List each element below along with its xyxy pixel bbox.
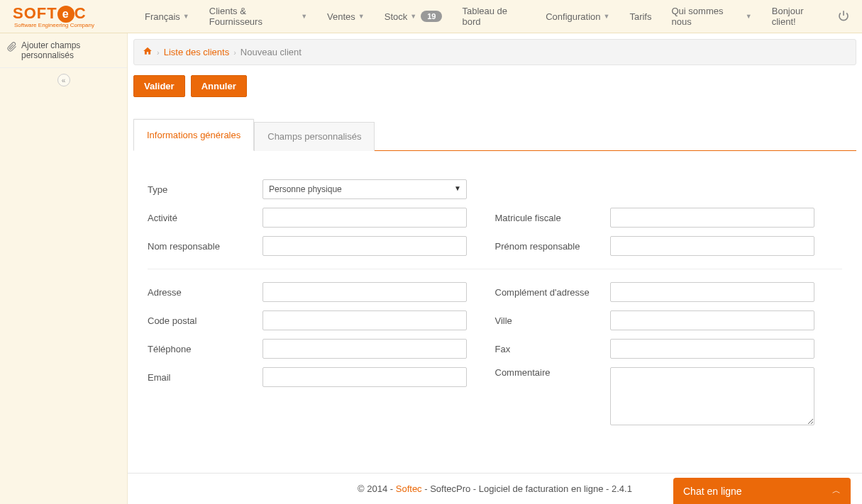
form-body: Type Personne physique Activité Matricul… <box>128 151 862 473</box>
nav-tarifs-label: Tarifs <box>629 11 651 22</box>
label-prenom-responsable: Prénom responsable <box>495 241 610 252</box>
main-nav: Français▼ Clients & Fournisseurs▼ Ventes… <box>135 0 855 33</box>
breadcrumb-list-clients[interactable]: Liste des clients <box>164 47 230 57</box>
adresse-input[interactable] <box>263 282 467 302</box>
label-commentaire: Commentaire <box>495 367 610 378</box>
matricule-input[interactable] <box>610 208 814 228</box>
tabs-container: Informations générales Champs personnali… <box>133 121 856 151</box>
layout: Ajouter champs personnalisés « › Liste d… <box>0 33 862 504</box>
divider <box>148 269 842 269</box>
label-code-postal: Code postal <box>148 315 263 326</box>
logo-subtitle: Software Engineering Company <box>13 22 135 28</box>
activite-input[interactable] <box>263 208 467 228</box>
label-type: Type <box>148 184 263 195</box>
label-nom-responsable: Nom responsable <box>148 241 263 252</box>
validate-button[interactable]: Valider <box>133 75 185 97</box>
ville-input[interactable] <box>610 310 814 330</box>
chevron-up-icon: ︿ <box>832 485 841 497</box>
nav-about[interactable]: Qui sommes nous▼ <box>661 0 761 33</box>
nav-stock-label: Stock <box>385 11 408 22</box>
email-input[interactable] <box>263 367 467 387</box>
nav-stock[interactable]: Stock▼19 <box>375 0 453 33</box>
stock-badge: 19 <box>421 11 442 22</box>
tab-general-info[interactable]: Informations générales <box>133 119 254 151</box>
breadcrumb-separator: › <box>157 48 160 57</box>
prenom-responsable-input[interactable] <box>610 236 814 256</box>
sidebar-item-label: Ajouter champs personnalisés <box>21 40 120 60</box>
action-buttons: Valider Annuler <box>128 65 862 97</box>
nav-dashboard[interactable]: Tableau de bord <box>452 0 536 33</box>
nav-greeting-label: Bonjour client! <box>772 6 828 27</box>
nav-clients-label: Clients & Fournisseurs <box>209 6 298 27</box>
caret-icon: ▼ <box>746 13 752 20</box>
chat-label: Chat en ligne <box>683 486 742 497</box>
topbar: SOFTeC Software Engineering Company Fran… <box>0 0 862 33</box>
cancel-button[interactable]: Annuler <box>191 75 247 97</box>
telephone-input[interactable] <box>263 339 467 359</box>
code-postal-input[interactable] <box>263 310 467 330</box>
fax-input[interactable] <box>610 339 814 359</box>
sidebar-collapse: « <box>0 67 127 92</box>
nav-ventes-label: Ventes <box>327 11 355 22</box>
breadcrumb: › Liste des clients › Nouveau client <box>133 39 856 65</box>
label-activite: Activité <box>148 213 263 223</box>
label-matricule: Matricule fiscale <box>495 213 610 223</box>
nav-language-label: Français <box>145 11 180 22</box>
nom-responsable-input[interactable] <box>263 236 467 256</box>
breadcrumb-separator: › <box>233 48 236 57</box>
sidebar: Ajouter champs personnalisés « <box>0 33 128 504</box>
nav-configuration[interactable]: Configuration▼ <box>536 0 619 33</box>
nav-clients-fournisseurs[interactable]: Clients & Fournisseurs▼ <box>199 0 317 33</box>
logo-text: SOFTeC <box>13 4 135 23</box>
caret-icon: ▼ <box>183 13 189 20</box>
main-content: › Liste des clients › Nouveau client Val… <box>128 33 862 504</box>
nav-about-label: Qui sommes nous <box>671 6 742 27</box>
paperclip-icon <box>7 42 17 54</box>
breadcrumb-current: Nouveau client <box>241 47 302 57</box>
commentaire-textarea[interactable] <box>610 367 814 425</box>
label-complement-adresse: Complément d'adresse <box>495 287 610 298</box>
collapse-button[interactable]: « <box>57 74 70 86</box>
tab-custom-fields[interactable]: Champs personnalisés <box>254 122 375 151</box>
label-adresse: Adresse <box>148 287 263 298</box>
label-telephone: Téléphone <box>148 344 263 354</box>
complement-adresse-input[interactable] <box>610 282 814 302</box>
caret-icon: ▼ <box>301 13 307 20</box>
logo[interactable]: SOFTeC Software Engineering Company <box>0 4 135 28</box>
nav-language[interactable]: Français▼ <box>135 0 199 33</box>
nav-tarifs[interactable]: Tarifs <box>619 0 661 33</box>
label-ville: Ville <box>495 315 610 326</box>
nav-dashboard-label: Tableau de bord <box>462 6 526 27</box>
home-icon[interactable] <box>143 46 153 58</box>
footer-copyright: © 2014 - <box>358 483 396 494</box>
footer-brand-link[interactable]: Softec <box>396 483 422 494</box>
caret-icon: ▼ <box>358 13 365 20</box>
nav-ventes[interactable]: Ventes▼ <box>317 0 375 33</box>
logout-icon[interactable] <box>838 10 849 23</box>
type-select[interactable]: Personne physique <box>263 179 467 199</box>
label-fax: Fax <box>495 344 610 354</box>
nav-config-label: Configuration <box>546 11 600 22</box>
chat-widget[interactable]: Chat en ligne ︿ <box>673 478 851 504</box>
sidebar-add-custom-fields[interactable]: Ajouter champs personnalisés <box>0 33 127 67</box>
caret-icon: ▼ <box>410 13 416 20</box>
footer-rest: - SoftecPro - Logiciel de facturation en… <box>422 483 632 494</box>
caret-icon: ▼ <box>604 13 610 20</box>
tabs: Informations générales Champs personnali… <box>133 121 856 151</box>
label-email: Email <box>148 372 263 383</box>
nav-greeting[interactable]: Bonjour client! <box>762 0 838 33</box>
